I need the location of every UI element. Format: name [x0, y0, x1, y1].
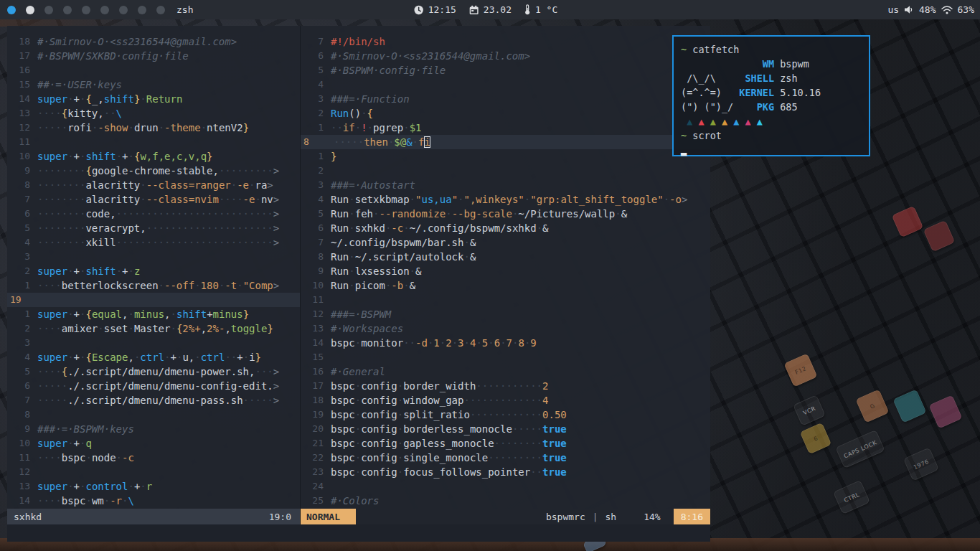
line-number: 2 — [301, 106, 324, 121]
line-number: 5 — [301, 207, 324, 221]
token: · — [159, 280, 164, 291]
token: veracrypt, — [85, 222, 146, 234]
statusline-sxhkd: sxhkd 19:0 — [7, 509, 300, 524]
keyboard-layout[interactable]: us — [887, 4, 899, 15]
token: scrot — [687, 130, 722, 141]
workspace-dot-8[interactable] — [138, 6, 146, 14]
token: amixer — [62, 323, 98, 334]
token: · — [140, 194, 146, 205]
token: wm — [92, 495, 104, 507]
token: + — [122, 265, 128, 277]
workspace-dot-3[interactable] — [44, 6, 53, 14]
code-text: ·····then·$@&·fi — [326, 135, 430, 149]
token: bspc — [62, 495, 86, 507]
token: · — [397, 423, 403, 435]
code-line: 8········alacritty·--class=ranger·-e·ra> — [7, 178, 300, 192]
code-line: 14super·+·{_,shift}·Return — [7, 92, 300, 106]
code-text — [324, 479, 331, 494]
code-text: bspc·config·window_gap·············4 — [324, 393, 548, 408]
token: ········ — [37, 179, 85, 191]
token: true — [542, 452, 567, 463]
token: ▲ — [710, 116, 716, 127]
code-line: 9###·=·BSPWM·keys — [7, 422, 300, 436]
line-number: 4 — [7, 235, 30, 250]
token: --class=ranger — [146, 179, 231, 191]
token: ···· — [37, 452, 62, 463]
token: -e — [237, 179, 249, 191]
code-line: 6········code,··························… — [7, 207, 300, 221]
token: 180 — [201, 280, 219, 291]
token: ·························· — [116, 208, 273, 220]
workspace-dot-2[interactable] — [26, 6, 34, 14]
workspace-dot-5[interactable] — [82, 6, 90, 14]
token: ▲ — [698, 116, 704, 127]
token: 2%- — [207, 323, 225, 334]
code-text: ····{kitty,··\ — [30, 106, 122, 121]
code-line: 12 — [7, 465, 300, 479]
token: · — [367, 122, 373, 133]
token: config — [361, 438, 397, 449]
code-line: 3 — [7, 336, 300, 350]
token: · — [410, 265, 415, 277]
code-area-sxhkd: 18#·Smirnov-O·<ss2316544@gmail.com>17#·B… — [7, 26, 300, 509]
token: · — [458, 194, 463, 205]
token: ~ — [681, 44, 687, 55]
token: -t — [225, 280, 237, 291]
bar-right-module: us 48% 63% — [887, 0, 974, 19]
token: bspc — [331, 337, 355, 349]
token: code, — [85, 208, 116, 220]
token: SHELL — [739, 72, 774, 84]
token: -e — [243, 194, 255, 205]
token: Run — [331, 280, 349, 291]
code-text: bspc·config·split_ratio············0.50 — [324, 408, 567, 422]
token: ····· — [512, 423, 542, 435]
token: #·Smirnov-O·<ss2316544@gmail.com> — [331, 50, 530, 62]
workspace-dot-1[interactable] — [7, 6, 16, 14]
token: · — [397, 395, 403, 406]
token: (") (")_/ — [681, 101, 739, 113]
token: · — [355, 122, 361, 133]
vim-split-sxhkd[interactable]: 18#·Smirnov-O·<ss2316544@gmail.com>17#·B… — [7, 26, 300, 524]
token: #·General — [331, 366, 385, 377]
token: --bg-scale — [452, 208, 512, 220]
token — [705, 116, 710, 127]
token: ###=·BSPWM — [331, 309, 391, 320]
code-line: 2····amixer·sset·Master·{2%+,2%-,toggle} — [7, 321, 300, 336]
token: "grp:alt_shift_toggle" — [530, 194, 663, 205]
line-number: 16 — [301, 364, 324, 379]
code-text: super·+·q — [30, 436, 92, 451]
code-line: 13#·Workspaces — [301, 321, 710, 336]
code-line: 14····bspc·wm·-r·\ — [7, 494, 300, 508]
vim-terminal-window[interactable]: 18#·Smirnov-O·<ss2316544@gmail.com>17#·B… — [7, 26, 710, 542]
line-number: 10 — [7, 436, 30, 451]
line-number: 3 — [7, 336, 30, 350]
volume-icon[interactable] — [904, 5, 914, 14]
date-value: 23.02 — [484, 4, 512, 15]
token: \ — [116, 108, 122, 119]
workspace-dot-7[interactable] — [119, 6, 128, 14]
token: · — [349, 280, 354, 291]
code-text: ###=·Function — [324, 92, 410, 106]
token: > — [273, 366, 279, 377]
token: shift — [85, 151, 116, 162]
token: Run — [331, 222, 349, 234]
token: & — [470, 237, 476, 248]
terminal-line: ~ catfetch — [681, 42, 869, 57]
terminal-line: ▂ — [681, 143, 869, 157]
code-line: 23bspc·config·focus_follows_pointer··tru… — [301, 465, 710, 479]
token: --off — [164, 280, 194, 291]
workspace-dot-6[interactable] — [100, 6, 109, 14]
token: · — [349, 208, 354, 220]
vim-split-bspwmrc[interactable]: 7#!/bin/sh6#·Smirnov-O·<ss2316544@gmail.… — [301, 26, 710, 524]
workspace-dot-9[interactable] — [156, 6, 165, 14]
volume-value: 48% — [919, 4, 936, 15]
code-line: 25#·Colors — [301, 494, 710, 508]
token: betterlockscreen — [62, 280, 159, 291]
workspace-indicators — [0, 6, 165, 14]
code-text: ·····./.script/dmenu/dmenu-pass.sh·····> — [30, 393, 279, 408]
token: · — [128, 151, 134, 162]
floating-terminal-window[interactable]: ~ catfetch WM bspwm /\_/\ SHELL zsh(=^.^… — [672, 35, 870, 156]
wifi-icon[interactable] — [941, 6, 953, 14]
token: bspc — [331, 452, 355, 463]
workspace-dot-4[interactable] — [63, 6, 72, 14]
